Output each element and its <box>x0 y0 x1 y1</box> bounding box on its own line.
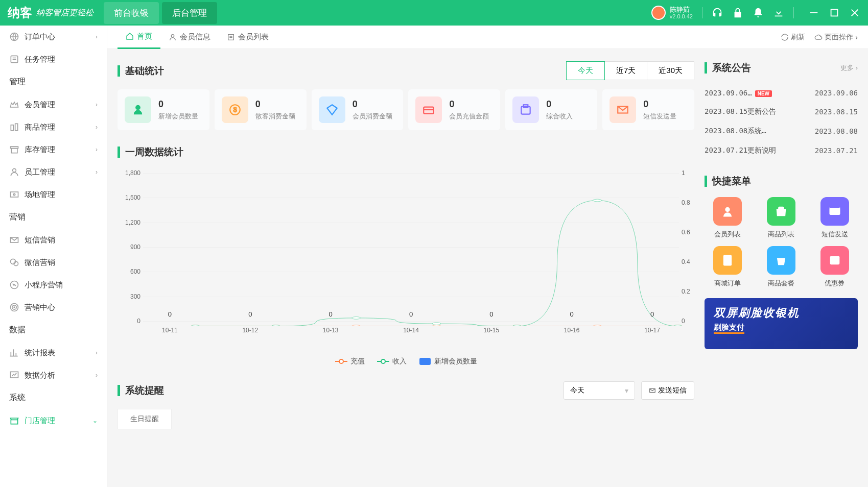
stat-card[interactable]: 0新增会员数量 <box>118 89 209 130</box>
legend-recharge[interactable]: 充值 <box>335 357 365 366</box>
bell-icon[interactable] <box>753 7 764 18</box>
svg-rect-5 <box>15 124 18 130</box>
chevron-right-icon: › <box>96 101 98 108</box>
x-axis-label: 10-14 <box>403 327 419 334</box>
sidebar-item-venue[interactable]: 场地管理 <box>0 183 107 206</box>
stat-icon <box>131 103 145 116</box>
list-icon <box>227 33 235 41</box>
point-label: 0 <box>409 310 413 318</box>
tab-member-list[interactable]: 会员列表 <box>219 26 277 49</box>
sidebar-item-staff[interactable]: 员工管理› <box>0 161 107 183</box>
quick-head: 快捷菜单 <box>705 175 858 188</box>
close-icon[interactable] <box>849 7 860 18</box>
ad-banner[interactable]: 双屏刷脸收银机 刷脸支付 <box>705 298 858 349</box>
stat-card[interactable]: 0短信发送量 <box>602 89 694 130</box>
stat-value: 0 <box>449 99 489 110</box>
stat-card[interactable]: 0会员充值金额 <box>408 89 500 130</box>
quick-item[interactable]: 商品套餐 <box>758 246 805 288</box>
notice-item[interactable]: 2023.08.15更新公告2023.08.15 <box>705 102 858 121</box>
svg-point-19 <box>171 34 174 37</box>
sidebar-item-members[interactable]: 会员管理› <box>0 93 107 116</box>
sidebar-item-marketing-center[interactable]: 营销中心 <box>0 296 107 319</box>
analytics-icon <box>9 370 19 380</box>
mail-icon <box>9 235 19 245</box>
sidebar-item-stock[interactable]: 库存管理› <box>0 138 107 161</box>
logo: 纳客 <box>8 5 32 21</box>
point-label: 0 <box>248 310 252 318</box>
nav-cashier[interactable]: 前台收银 <box>104 2 159 24</box>
quick-item[interactable]: 商品列表 <box>758 197 805 239</box>
sidebar-item-wechat[interactable]: 微信营销 <box>0 251 107 274</box>
legend-income[interactable]: 收入 <box>377 357 407 366</box>
nav-backend[interactable]: 后台管理 <box>162 2 217 24</box>
sidebar-item-analytics[interactable]: 数据分析› <box>0 364 107 386</box>
svg-text:$: $ <box>233 106 237 113</box>
sidebar-item-orders[interactable]: 订单中心› <box>0 26 107 48</box>
reminder-panel-head: 系统提醒 今天 ▾ 发送短信 <box>118 381 694 400</box>
slogan: 纳客管店更轻松 <box>36 8 93 18</box>
svg-point-33 <box>593 325 602 326</box>
x-axis-label: 10-15 <box>483 327 499 334</box>
x-axis-label: 10-17 <box>644 327 660 334</box>
notice-item[interactable]: 2023.09.06…NEW2023.09.06 <box>705 84 858 102</box>
minimize-icon[interactable] <box>808 7 819 18</box>
stat-value: 0 <box>255 99 295 110</box>
notice-item[interactable]: 2023.07.21更新说明2023.07.21 <box>705 141 858 160</box>
page-ops-button[interactable]: 页面操作 › <box>814 33 858 42</box>
sidebar-item-products[interactable]: 商品管理› <box>0 116 107 138</box>
y-axis-label: 1,200 <box>118 219 140 226</box>
stat-card[interactable]: 0综合收入 <box>505 89 597 130</box>
quick-item[interactable]: 会员列表 <box>705 197 751 239</box>
user-icon <box>169 33 177 41</box>
quick-icon <box>828 253 842 267</box>
svg-point-38 <box>432 323 441 325</box>
notice-list: 2023.09.06…NEW2023.09.062023.08.15更新公告20… <box>705 84 858 160</box>
quick-item[interactable]: 短信发送 <box>811 197 858 239</box>
svg-point-41 <box>673 325 682 326</box>
stat-card[interactable]: $0散客消费金额 <box>215 89 307 130</box>
sidebar-item-miniapp[interactable]: 小程序营销 <box>0 274 107 296</box>
quick-item[interactable]: 商城订单 <box>705 246 751 288</box>
svg-rect-0 <box>810 12 818 13</box>
download-icon[interactable] <box>773 7 784 18</box>
filter-today[interactable]: 今天 <box>566 61 605 80</box>
chart-area: 03006009001,2001,5001,80000.20.40.60.811… <box>118 168 694 347</box>
user-name: 陈静茹 <box>670 6 693 14</box>
point-label: 0 <box>329 310 333 318</box>
x-axis-label: 10-13 <box>323 327 339 334</box>
home-icon <box>126 32 134 40</box>
stat-icon <box>325 103 339 116</box>
maximize-icon[interactable] <box>829 7 840 18</box>
send-sms-button[interactable]: 发送短信 <box>641 381 694 400</box>
legend-newmember[interactable]: 新增会员数量 <box>419 357 477 366</box>
svg-point-17 <box>14 307 15 308</box>
chevron-right-icon: › <box>96 33 98 40</box>
headset-icon[interactable] <box>712 7 723 18</box>
svg-point-40 <box>593 199 602 202</box>
x-axis-label: 10-11 <box>162 327 178 334</box>
notice-item[interactable]: 2023.08.08系统…2023.08.08 <box>705 121 858 141</box>
user-area[interactable]: 陈静茹 v2.0.0.42 <box>651 6 693 20</box>
point-label: 0 <box>650 310 654 318</box>
svg-point-39 <box>512 325 521 326</box>
notices-more[interactable]: 更多 › <box>840 63 858 72</box>
sidebar-item-reports[interactable]: 统计报表› <box>0 342 107 364</box>
sidebar-item-sms[interactable]: 短信营销 <box>0 229 107 251</box>
sidebar-item-tasks[interactable]: 任务管理 <box>0 48 107 70</box>
y-axis-label: 300 <box>118 293 140 300</box>
svg-point-47 <box>725 207 730 212</box>
filter-7d[interactable]: 近7天 <box>604 61 647 80</box>
stat-card[interactable]: 0会员消费金额 <box>312 89 404 130</box>
chevron-right-icon: › <box>96 349 98 356</box>
quick-item[interactable]: 优惠券 <box>811 246 858 288</box>
quick-icon <box>720 204 735 218</box>
sidebar-item-store[interactable]: 门店管理⌄ <box>0 409 107 432</box>
reminder-select[interactable]: 今天 ▾ <box>564 381 635 400</box>
tab-member-info[interactable]: 会员信息 <box>160 26 219 49</box>
lock-icon[interactable] <box>732 7 743 18</box>
y-axis-label-right: 1 <box>682 169 694 177</box>
refresh-button[interactable]: 刷新 <box>781 33 805 42</box>
filter-30d[interactable]: 近30天 <box>647 61 694 80</box>
tab-home[interactable]: 首页 <box>118 26 160 49</box>
reminder-tab-birthday[interactable]: 生日提醒 <box>118 409 172 429</box>
